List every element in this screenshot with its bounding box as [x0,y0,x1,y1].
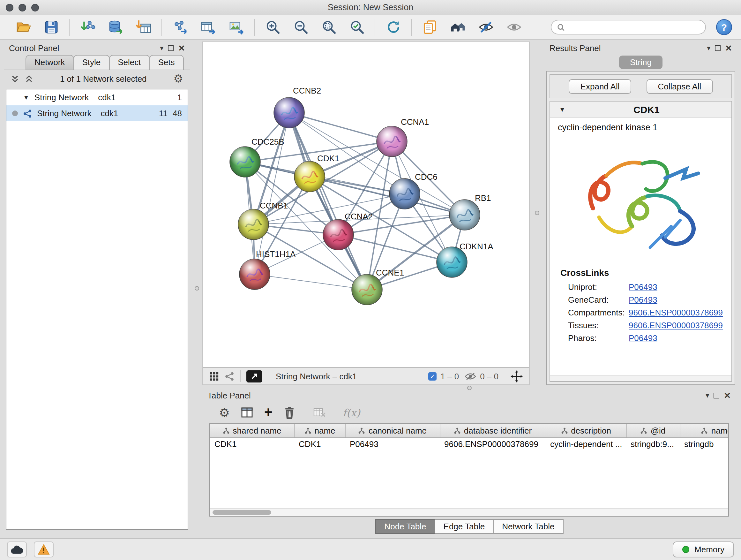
show-eye-icon[interactable] [504,17,523,37]
float-panel-icon[interactable]: ▾ [160,44,163,51]
tab-network[interactable]: Network [25,55,74,70]
zoom-fit-icon[interactable] [319,17,338,37]
table-cell[interactable]: P06493 [345,437,440,451]
home-icon[interactable] [448,17,467,37]
cloud-icon[interactable] [7,542,27,557]
float-panel-icon[interactable]: ▾ [707,44,711,51]
network-node[interactable]: RB1 [449,193,491,230]
open-session-icon[interactable] [13,17,32,37]
apply-layout-icon[interactable] [384,17,403,37]
collapse-triangle-icon[interactable]: ▼ [23,94,29,101]
warning-icon[interactable] [34,542,54,557]
expand-all-button[interactable]: Expand All [569,79,631,94]
help-icon[interactable]: ? [716,19,732,35]
export-table-icon[interactable] [199,17,218,37]
delete-column-trash-icon[interactable] [283,406,295,419]
crosslink-link[interactable]: P06493 [629,282,657,292]
close-window-icon[interactable] [6,3,13,11]
copy-icon[interactable] [420,17,439,37]
function-builder-icon[interactable]: f(x) [343,407,360,419]
crosslink-link[interactable]: P06493 [629,295,657,304]
scrollbar-thumb[interactable] [212,510,271,515]
collapse-all-button[interactable]: Collapse All [647,79,713,94]
column-header[interactable]: description [546,424,626,437]
minimize-window-icon[interactable] [18,3,26,11]
table-cell[interactable]: cyclin-dependent ... [546,437,626,451]
gear-icon[interactable]: ⚙ [174,73,184,84]
selected-checkbox-icon[interactable]: ✓ [428,372,436,380]
maximize-panel-icon[interactable] [715,45,721,51]
maximize-window-icon[interactable] [31,3,39,11]
network-node[interactable]: CDC6 [389,172,437,209]
tab-edge-table[interactable]: Edge Table [434,519,494,534]
collapse-all-icon[interactable] [25,74,33,83]
network-edge[interactable] [310,177,465,215]
export-image-icon[interactable] [226,17,246,37]
crosslink-link[interactable]: P06493 [629,333,657,343]
table-settings-gear-icon[interactable]: ⚙ [219,407,230,419]
tab-select[interactable]: Select [109,55,150,70]
column-header[interactable]: namespace [680,424,729,437]
network-node[interactable]: CDK1 [294,153,339,192]
tab-node-table[interactable]: Node Table [375,519,435,534]
network-row-selected[interactable]: String Network – cdk1 11 48 [6,105,188,121]
network-share-gray-icon[interactable] [225,371,234,381]
maximize-panel-icon[interactable] [714,392,719,398]
horizontal-scrollbar[interactable] [550,375,731,381]
create-column-icon[interactable]: + [264,406,273,420]
splitter-handle[interactable] [195,286,199,291]
splitter-handle[interactable] [467,386,472,390]
horizontal-scrollbar[interactable] [210,508,728,516]
import-network-database-icon[interactable] [106,17,125,37]
tab-style[interactable]: Style [73,55,110,70]
network-edge[interactable] [255,274,367,290]
network-node[interactable]: CCNB2 [274,86,321,128]
float-panel-icon[interactable]: ▾ [705,392,709,399]
crosslink-link[interactable]: 9606.ENSP00000378699 [629,307,723,317]
close-panel-icon[interactable]: ✕ [178,44,185,52]
network-canvas-svg[interactable]: CCNB2CCNA1CDC25BCDK1CDC6RB1CCNB1CCNA2CDK… [203,42,529,367]
zoom-out-icon[interactable] [291,17,310,37]
birdseye-view-icon[interactable] [246,370,262,382]
table-cell[interactable]: 9606.ENSP00000378699 [440,437,546,451]
pan-crosshair-icon[interactable] [511,370,523,382]
crosslink-link[interactable]: 9606.ENSP00000378699 [629,320,723,330]
import-network-file-icon[interactable] [78,17,97,37]
table-cell[interactable]: stringdb [680,437,729,451]
memory-button[interactable]: Memory [673,542,734,557]
tab-network-table[interactable]: Network Table [493,519,563,534]
column-header[interactable]: name [294,424,345,437]
import-table-file-icon[interactable] [134,17,153,37]
tab-sets[interactable]: Sets [149,55,184,70]
column-header[interactable]: database identifier [440,424,546,437]
column-header[interactable]: shared name [210,424,294,437]
maximize-panel-icon[interactable] [168,45,174,51]
gene-card-header[interactable]: ▼ CDK1 [550,102,731,118]
collapse-triangle-icon[interactable]: ▼ [559,106,565,113]
network-node[interactable]: CCNB1 [238,201,288,240]
hide-eye-icon[interactable] [476,17,495,37]
column-header[interactable]: @id [626,424,680,437]
zoom-selected-icon[interactable] [347,17,366,37]
search-input[interactable] [569,23,699,32]
network-collection-row[interactable]: ▼ String Network – cdk1 1 [6,89,188,105]
network-edge[interactable] [289,113,392,141]
network-canvas[interactable]: CCNB2CCNA1CDC25BCDK1CDC6RB1CCNB1CCNA2CDK… [203,42,529,367]
export-network-icon[interactable] [171,17,190,37]
close-panel-icon[interactable]: ✕ [724,391,731,399]
network-edge[interactable] [289,113,367,290]
show-column-icon[interactable] [241,406,253,419]
network-node[interactable]: CDKN1A [436,242,493,277]
network-node[interactable]: HIST1H1A [239,249,296,290]
table-cell[interactable]: stringdb:9... [626,437,680,451]
network-node[interactable]: CCNA1 [377,117,429,157]
splitter-handle[interactable] [535,211,539,215]
save-session-icon[interactable] [42,17,61,37]
tab-string[interactable]: String [619,56,663,69]
table-row[interactable]: CDK1 CDK1 P06493 9606.ENSP00000378699 cy… [210,437,729,451]
zoom-in-icon[interactable] [263,17,282,37]
grid-view-icon[interactable] [209,371,219,381]
expand-all-icon[interactable] [11,74,19,83]
close-panel-icon[interactable]: ✕ [725,44,732,52]
table-cell[interactable]: CDK1 [294,437,345,451]
